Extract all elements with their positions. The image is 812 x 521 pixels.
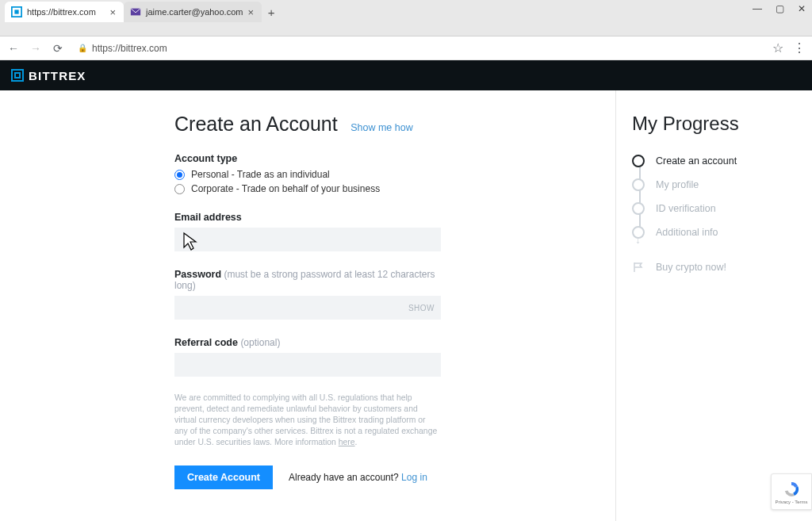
email-label: Email address <box>174 212 441 223</box>
back-icon[interactable]: ← <box>6 42 21 55</box>
mail-favicon-icon <box>130 6 141 17</box>
step-connector-line <box>639 162 641 233</box>
radio-personal[interactable]: Personal - Trade as an individual <box>174 169 441 180</box>
forward-icon: → <box>29 42 43 55</box>
legal-text: We are committed to complying with all U… <box>174 393 441 448</box>
create-account-button[interactable]: Create Account <box>174 465 273 489</box>
progress-step-profile: My profile <box>632 173 798 197</box>
progress-step-id: ID verification <box>632 197 798 220</box>
step-label: ID verification <box>656 203 716 214</box>
step-circle-icon <box>632 202 645 215</box>
radio-selected-icon <box>174 170 185 180</box>
already-have-account: Already have an account? Log in <box>289 472 427 483</box>
window-maximize-icon[interactable]: ▢ <box>774 3 785 14</box>
svg-rect-4 <box>15 73 20 78</box>
step-label: My profile <box>656 179 699 190</box>
lock-icon: 🔒 <box>78 44 87 52</box>
browser-tab-active[interactable]: https://bittrex.com × <box>5 2 124 22</box>
menu-icon[interactable]: ⋮ <box>793 40 806 56</box>
step-circle-icon <box>632 178 645 191</box>
show-me-how-link[interactable]: Show me how <box>350 122 413 133</box>
referral-field[interactable] <box>174 353 441 377</box>
radio-corporate[interactable]: Corporate - Trade on behalf of your busi… <box>174 183 441 194</box>
step-label: Buy crypto now! <box>656 262 726 273</box>
radio-personal-label: Personal - Trade as an individual <box>191 169 330 180</box>
url-text: https://bittrex.com <box>92 43 167 54</box>
bittrex-favicon-icon <box>11 6 22 17</box>
address-bar[interactable]: 🔒 https://bittrex.com <box>73 43 764 54</box>
new-tab-button[interactable]: + <box>262 2 281 22</box>
brand-logo-icon <box>11 69 24 82</box>
recaptcha-terms[interactable]: Terms <box>795 500 807 504</box>
tab-label: jaime.carter@yahoo.com <box>146 7 243 17</box>
close-icon[interactable]: × <box>109 6 116 18</box>
page-title: Create an Account <box>174 113 338 136</box>
browser-tab[interactable]: jaime.carter@yahoo.com × <box>124 2 262 22</box>
window-close-icon[interactable]: ✕ <box>796 3 807 14</box>
brand-name: BITTREX <box>29 69 86 82</box>
step-circle-icon <box>632 155 645 167</box>
svg-rect-1 <box>14 10 18 13</box>
password-field[interactable] <box>174 296 441 320</box>
progress-step-create: Create an account <box>632 149 798 173</box>
step-label: Additional info <box>656 227 718 238</box>
tab-label: https://bittrex.com <box>27 7 96 17</box>
window-minimize-icon[interactable]: — <box>752 3 763 14</box>
login-link[interactable]: Log in <box>401 472 427 483</box>
legal-here-link[interactable]: here <box>339 438 355 446</box>
show-password-button[interactable]: SHOW <box>408 296 435 320</box>
recaptcha-icon <box>782 480 801 499</box>
email-field[interactable] <box>174 228 441 251</box>
reload-icon[interactable]: ⟳ <box>51 42 65 55</box>
star-icon[interactable]: ☆ <box>772 40 783 56</box>
step-circle-icon <box>632 226 645 239</box>
password-label: Password (must be a strong password at l… <box>174 269 441 291</box>
radio-unselected-icon <box>174 184 185 194</box>
svg-rect-3 <box>12 70 23 81</box>
recaptcha-privacy[interactable]: Privacy <box>775 500 791 504</box>
progress-step-additional: Additional info <box>632 220 798 244</box>
radio-corporate-label: Corporate - Trade on behalf of your busi… <box>191 183 380 194</box>
close-icon[interactable]: × <box>247 6 254 18</box>
referral-label: Referral code (optional) <box>174 337 441 348</box>
site-header: BITTREX <box>0 60 812 90</box>
recaptcha-badge[interactable]: Privacy - Terms <box>771 473 812 510</box>
progress-heading: My Progress <box>632 113 798 135</box>
progress-step-final: Buy crypto now! <box>632 255 798 279</box>
step-label: Create an account <box>656 155 737 167</box>
flag-icon <box>632 261 645 274</box>
account-type-label: Account type <box>174 153 441 164</box>
